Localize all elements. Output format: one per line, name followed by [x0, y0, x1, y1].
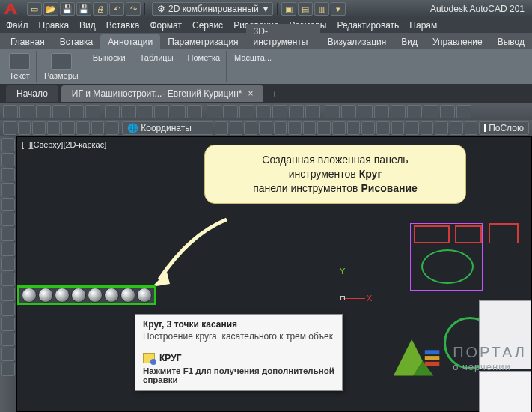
- qat-undo-icon[interactable]: ↶: [109, 2, 124, 16]
- toolbar-button[interactable]: [187, 105, 202, 118]
- bylayer-dropdown[interactable]: ПоСлою: [479, 121, 529, 135]
- qat-extra-2-icon[interactable]: ▤: [298, 2, 313, 16]
- toolbar-button[interactable]: [3, 105, 18, 118]
- file-tab-document[interactable]: ИГ и Машиностроит...- Евгений Курицин* ×: [61, 85, 264, 102]
- ribbon-panel-markup[interactable]: Пометка: [182, 51, 227, 82]
- toolbar-button[interactable]: [154, 105, 169, 118]
- menu-parametric[interactable]: Парам: [409, 20, 437, 31]
- toolbar-button[interactable]: [61, 121, 75, 135]
- toolbar-button[interactable]: [341, 105, 356, 118]
- circle-variant-button[interactable]: [38, 288, 53, 303]
- toolbar-button[interactable]: [456, 105, 471, 118]
- menu-edit[interactable]: Правка: [39, 20, 70, 31]
- circle-variant-button[interactable]: [104, 288, 119, 303]
- draw-tool-button[interactable]: [1, 348, 15, 361]
- toolbar-button[interactable]: [303, 121, 317, 135]
- menu-tools[interactable]: Сервис: [192, 20, 223, 31]
- draw-tool-button[interactable]: [1, 258, 15, 271]
- circle-variant-button[interactable]: [120, 288, 135, 303]
- toolbar-button[interactable]: [32, 121, 46, 135]
- ribbon-panel-tables[interactable]: Таблицы: [134, 51, 180, 82]
- file-tab-start[interactable]: Начало: [6, 85, 58, 102]
- toolbar-button[interactable]: [274, 121, 287, 135]
- ribbon-panel-dimensions[interactable]: Размеры: [38, 51, 85, 82]
- toolbar-button[interactable]: [18, 121, 31, 135]
- circle-variant-button[interactable]: [22, 288, 37, 303]
- toolbar-button[interactable]: [19, 105, 34, 118]
- draw-tool-button[interactable]: [1, 303, 15, 316]
- toolbar-button[interactable]: [69, 105, 84, 118]
- circle-variant-button[interactable]: [71, 288, 86, 303]
- toolbar-button[interactable]: [435, 121, 448, 135]
- toolbar-button[interactable]: [47, 121, 61, 135]
- draw-tool-button[interactable]: [1, 183, 15, 196]
- draw-tool-button[interactable]: [1, 243, 15, 256]
- draw-tool-button[interactable]: [1, 363, 15, 376]
- toolbar-button[interactable]: [207, 105, 221, 118]
- toolbar-button[interactable]: [450, 121, 463, 135]
- toolbar-button[interactable]: [407, 105, 422, 118]
- toolbar-button[interactable]: [406, 121, 419, 135]
- toolbar-button[interactable]: [259, 121, 272, 135]
- qat-extra-3-icon[interactable]: ▥: [314, 2, 329, 16]
- draw-tool-button[interactable]: [1, 138, 15, 151]
- toolbar-button[interactable]: [105, 105, 120, 118]
- draw-tool-button[interactable]: [1, 213, 15, 226]
- close-icon[interactable]: ×: [248, 88, 253, 99]
- toolbar-button[interactable]: [76, 121, 90, 135]
- qat-save-icon[interactable]: 💾: [60, 2, 75, 16]
- toolbar-button[interactable]: [3, 121, 16, 135]
- circle-variant-button[interactable]: [88, 288, 103, 303]
- qat-extra-1-icon[interactable]: ▣: [281, 2, 296, 16]
- file-tab-new[interactable]: ＋: [266, 85, 283, 102]
- toolbar-button[interactable]: [85, 105, 100, 118]
- workspace-switcher[interactable]: ⚙ 2D комбинированный ▾: [152, 2, 273, 16]
- toolbar-button[interactable]: [325, 105, 340, 118]
- ribbon-tab-manage[interactable]: Управление: [425, 34, 490, 49]
- toolbar-button[interactable]: [358, 105, 373, 118]
- draw-tool-button[interactable]: [1, 288, 15, 301]
- toolbar-button[interactable]: [256, 105, 271, 118]
- toolbar-button[interactable]: [374, 105, 389, 118]
- toolbar-button[interactable]: [138, 105, 153, 118]
- ribbon-panel-text[interactable]: Текст: [3, 51, 37, 82]
- toolbar-button[interactable]: [52, 105, 67, 118]
- menu-format[interactable]: Формат: [150, 20, 182, 31]
- qat-menu-drop-icon[interactable]: ▾: [331, 2, 346, 16]
- draw-tool-button[interactable]: [1, 333, 15, 346]
- menu-modify[interactable]: Редактировать: [337, 20, 399, 31]
- ribbon-panel-scale[interactable]: Масшта...: [228, 51, 278, 82]
- toolbar-button[interactable]: [289, 105, 304, 118]
- menu-view[interactable]: Вид: [79, 20, 96, 31]
- ribbon-tab-view[interactable]: Вид: [394, 34, 425, 49]
- toolbar-button[interactable]: [171, 105, 186, 118]
- coord-input[interactable]: [141, 123, 208, 133]
- qat-redo-icon[interactable]: ↷: [126, 2, 141, 16]
- viewport-label[interactable]: [−][Сверху][2D-каркас]: [22, 140, 106, 149]
- draw-tool-button[interactable]: [1, 228, 15, 241]
- qat-open-icon[interactable]: 📂: [43, 2, 58, 16]
- toolbar-button[interactable]: [424, 105, 438, 118]
- coord-dropdown[interactable]: 🌐: [122, 121, 213, 135]
- toolbar-button[interactable]: [91, 121, 105, 135]
- ribbon-tab-home[interactable]: Главная: [3, 34, 52, 49]
- toolbar-button[interactable]: [215, 121, 228, 135]
- toolbar-button[interactable]: [317, 121, 331, 135]
- menu-insert[interactable]: Вставка: [106, 20, 140, 31]
- ribbon-tab-output[interactable]: Вывод: [490, 34, 532, 49]
- draw-tool-button[interactable]: [1, 198, 15, 211]
- toolbar-button[interactable]: [244, 121, 257, 135]
- toolbar-button[interactable]: [465, 121, 478, 135]
- toolbar-button[interactable]: [121, 105, 136, 118]
- qat-saveas-icon[interactable]: 💾: [76, 2, 91, 16]
- ribbon-panel-leaders[interactable]: Выноски: [87, 51, 132, 82]
- toolbar-button[interactable]: [272, 105, 287, 118]
- ribbon-tab-annotate[interactable]: Аннотации: [100, 34, 160, 49]
- toolbar-button[interactable]: [288, 121, 302, 135]
- toolbar-button[interactable]: [347, 121, 361, 135]
- ribbon-tab-3dtools[interactable]: 3D-инструменты: [246, 24, 320, 49]
- toolbar-button[interactable]: [361, 121, 375, 135]
- toolbar-button[interactable]: [305, 105, 320, 118]
- toolbar-button[interactable]: [376, 121, 390, 135]
- draw-tool-button[interactable]: [1, 318, 15, 331]
